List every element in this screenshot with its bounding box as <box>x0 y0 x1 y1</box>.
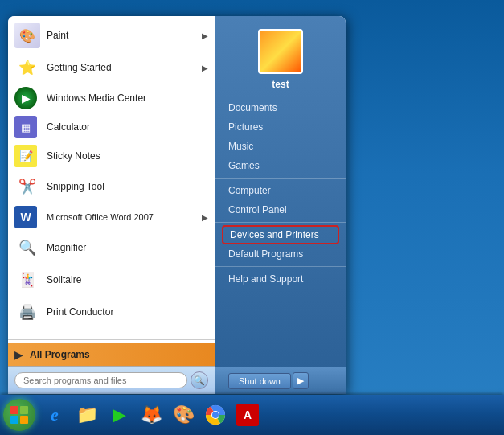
menu-item-magnifier-label: Magnifier <box>47 242 208 253</box>
menu-item-wmc[interactable]: ▶ Windows Media Center <box>8 84 215 113</box>
word-arrow: ▶ <box>202 213 208 222</box>
right-item-documents[interactable]: Documents <box>215 98 346 117</box>
paint-arrow: ▶ <box>202 31 208 40</box>
menu-item-word-label: Microsoft Office Word 2007 <box>47 212 202 222</box>
menu-item-magnifier[interactable]: 🔍 Magnifier <box>8 232 215 264</box>
right-panel: test Documents Pictures Music Games Comp… <box>215 16 346 394</box>
right-item-music[interactable]: Music <box>215 137 346 156</box>
menu-item-getting-started[interactable]: ⭐ Getting Started ▶ <box>8 51 215 84</box>
menu-item-solitaire[interactable]: 🃏 Solitaire <box>8 264 215 296</box>
menu-item-wmc-label: Windows Media Center <box>47 92 208 104</box>
menu-item-calculator-label: Calculator <box>47 121 208 133</box>
user-photo <box>258 29 303 74</box>
paint-icon: 🎨 <box>14 23 40 48</box>
search-bar: 🔍 <box>8 366 215 394</box>
taskbar-icon-chrome[interactable] <box>201 400 230 429</box>
svg-rect-1 <box>20 406 28 414</box>
right-items: Documents Pictures Music Games Computer … <box>215 95 346 367</box>
acrobat-icon: A <box>236 404 259 426</box>
menu-item-paint-label: Paint <box>47 30 202 41</box>
taskbar-icon-explorer[interactable]: 📁 <box>72 400 101 429</box>
svg-rect-2 <box>10 416 18 424</box>
menu-item-print-conductor[interactable]: 🖨️ Print Conductor <box>8 296 215 328</box>
search-button[interactable]: 🔍 <box>191 371 208 389</box>
magnifier-icon: 🔍 <box>14 235 40 261</box>
all-programs-label: All Programs <box>30 349 90 360</box>
taskbar-icon-media[interactable]: ▶ <box>104 400 133 429</box>
svg-rect-3 <box>20 416 28 424</box>
menu-item-getting-started-label: Getting Started <box>47 62 202 73</box>
menu-item-print-conductor-label: Print Conductor <box>47 306 208 318</box>
taskbar: e 📁 ▶ 🦊 🎨 A <box>0 395 504 435</box>
firefox-icon: 🦊 <box>141 404 162 425</box>
paint-taskbar-icon: 🎨 <box>173 404 195 425</box>
right-item-computer[interactable]: Computer <box>215 181 346 200</box>
windows-logo-icon <box>10 405 29 425</box>
separator-1 <box>8 339 215 340</box>
menu-item-paint[interactable]: 🎨 Paint ▶ <box>8 19 215 51</box>
all-programs-arrow-icon: ▶ <box>14 348 23 361</box>
right-item-default-programs[interactable]: Default Programs <box>215 244 346 264</box>
media-player-icon: ▶ <box>113 404 126 425</box>
menu-item-solitaire-label: Solitaire <box>47 274 208 285</box>
taskbar-icon-acrobat[interactable]: A <box>233 400 262 429</box>
menu-item-sticky-notes-label: Sticky Notes <box>47 150 208 162</box>
start-menu: 🎨 Paint ▶ ⭐ Getting Started ▶ ▶ Windows … <box>8 16 346 394</box>
username: test <box>272 77 289 95</box>
chrome-icon <box>205 404 226 425</box>
calculator-icon: ▦ <box>14 116 37 138</box>
menu-item-calculator[interactable]: ▦ Calculator <box>8 113 215 142</box>
wmc-icon: ▶ <box>14 87 37 109</box>
svg-rect-0 <box>10 406 18 414</box>
right-separator-2 <box>215 222 346 223</box>
start-button[interactable] <box>3 399 35 431</box>
shutdown-row: Shut down ▶ <box>215 367 346 394</box>
shutdown-arrow-button[interactable]: ▶ <box>293 372 309 389</box>
shutdown-button[interactable]: Shut down <box>228 373 291 389</box>
search-input[interactable] <box>14 372 187 388</box>
solitaire-icon: 🃏 <box>14 267 40 293</box>
snipping-tool-icon: ✂️ <box>14 174 40 199</box>
getting-started-arrow: ▶ <box>202 64 208 72</box>
right-item-games[interactable]: Games <box>215 156 346 175</box>
taskbar-icon-ie[interactable]: e <box>40 400 69 429</box>
search-icon: 🔍 <box>194 375 205 386</box>
print-conductor-icon: 🖨️ <box>14 299 40 325</box>
word-icon: W <box>14 206 37 228</box>
right-separator-3 <box>215 266 346 267</box>
sticky-notes-icon: 📝 <box>14 145 37 167</box>
right-item-help-support[interactable]: Help and Support <box>215 269 346 289</box>
menu-item-sticky-notes[interactable]: 📝 Sticky Notes <box>8 142 215 170</box>
getting-started-icon: ⭐ <box>14 55 40 80</box>
taskbar-icon-firefox[interactable]: 🦊 <box>137 400 166 429</box>
taskbar-icon-paint[interactable]: 🎨 <box>169 400 198 429</box>
left-panel-items: 🎨 Paint ▶ ⭐ Getting Started ▶ ▶ Windows … <box>8 16 215 336</box>
all-programs-button[interactable]: ▶ All Programs <box>8 343 215 366</box>
right-item-pictures[interactable]: Pictures <box>215 117 346 137</box>
right-separator-1 <box>215 178 346 179</box>
left-panel: 🎨 Paint ▶ ⭐ Getting Started ▶ ▶ Windows … <box>8 16 215 394</box>
svg-point-6 <box>212 412 219 418</box>
menu-item-snipping-label: Snipping Tool <box>47 181 208 192</box>
right-item-devices-printers[interactable]: Devices and Printers <box>222 225 339 244</box>
ie-icon: e <box>51 404 59 425</box>
desktop: 🎨 Paint ▶ ⭐ Getting Started ▶ ▶ Windows … <box>0 0 504 394</box>
right-item-control-panel[interactable]: Control Panel <box>215 200 346 220</box>
folder-icon: 📁 <box>76 404 98 425</box>
menu-item-word[interactable]: W Microsoft Office Word 2007 ▶ <box>8 203 215 232</box>
menu-item-snipping-tool[interactable]: ✂️ Snipping Tool <box>8 170 215 203</box>
